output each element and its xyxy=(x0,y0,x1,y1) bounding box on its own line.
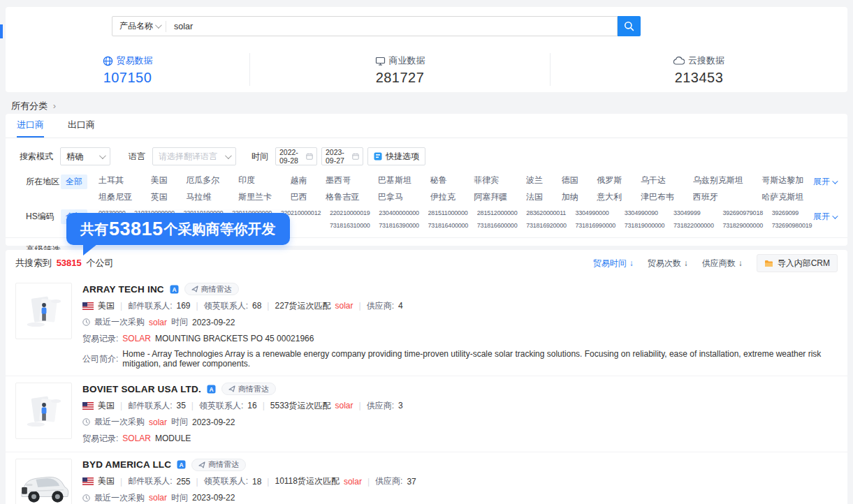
region-filter-row: 所在地区 全部 土耳其美国厄瓜多尔印度越南墨西哥巴基斯坦秘鲁菲律宾波兰德国俄罗斯… xyxy=(6,175,847,203)
company-name-link[interactable]: BOVIET SOLAR USA LTD. xyxy=(82,384,201,394)
region-option[interactable]: 巴拿马 xyxy=(378,191,423,203)
hs-code-option[interactable]: 732690980019 xyxy=(772,222,815,229)
company-name-link[interactable]: ARRAY TECH INC xyxy=(82,284,164,295)
hs-code-option[interactable]: 731816310000 xyxy=(330,222,373,229)
search-input[interactable]: solar xyxy=(166,22,193,31)
region-option[interactable]: 波兰 xyxy=(526,175,555,186)
tab-importers[interactable]: 进口商 xyxy=(17,114,44,138)
region-option[interactable]: 伊拉克 xyxy=(430,191,467,203)
region-option[interactable]: 斯里兰卡 xyxy=(238,191,284,203)
sort-item[interactable]: 贸易次数↓ xyxy=(648,258,688,269)
region-option[interactable]: 乌干达 xyxy=(641,175,686,186)
hs-code-option[interactable]: 392690979018 xyxy=(722,209,766,216)
hs-code-option[interactable]: 39269099 xyxy=(772,209,815,216)
trade-record-line: 贸易记录: SOLAR MODULE xyxy=(82,433,838,445)
company-name-link[interactable]: BYD AMERICA LLC xyxy=(82,459,171,470)
hs-code-option[interactable]: 731816920000 xyxy=(526,222,569,229)
company-thumbnail[interactable] xyxy=(15,459,72,504)
search-input-group[interactable]: 产品名称 solar xyxy=(112,16,618,36)
radar-icon xyxy=(191,286,198,292)
region-option[interactable]: 英国 xyxy=(151,191,180,203)
region-option[interactable]: 津巴布韦 xyxy=(641,191,686,203)
business-radar-tag[interactable]: 商情雷达 xyxy=(184,283,239,295)
region-option[interactable]: 坦桑尼亚 xyxy=(99,191,144,203)
hs-expand-link[interactable]: 展开 xyxy=(813,211,836,223)
company-intro-label: 公司简介: xyxy=(82,353,118,365)
stat-cloud-search-data[interactable]: 云搜数据 213453 xyxy=(551,53,847,86)
person-placeholder-image xyxy=(19,286,69,336)
region-option[interactable]: 西班牙 xyxy=(693,191,755,203)
hs-code-option[interactable]: 731816390000 xyxy=(379,222,422,229)
region-option[interactable]: 秘鲁 xyxy=(430,175,467,186)
region-option[interactable]: 美国 xyxy=(151,175,180,186)
hs-code-option[interactable]: 283620000011 xyxy=(526,209,569,216)
hs-code-option[interactable]: 731816400000 xyxy=(428,222,472,229)
region-option[interactable]: 俄罗斯 xyxy=(597,175,634,186)
region-expand-link[interactable]: 展开 xyxy=(813,176,836,188)
import-crm-button[interactable]: 导入内部CRM xyxy=(757,254,838,272)
hs-code-option[interactable]: 281512000000 xyxy=(477,209,520,216)
business-radar-tag[interactable]: 商情雷达 xyxy=(191,459,246,471)
search-category-dropdown[interactable]: 产品名称 xyxy=(112,20,166,32)
search-mode-label: 搜索模式 xyxy=(20,151,53,163)
sort-item[interactable]: 贸易时间↓ xyxy=(593,258,634,269)
region-option[interactable]: 巴西 xyxy=(291,191,319,203)
region-option[interactable]: 哥斯达黎加 xyxy=(761,175,815,186)
region-option[interactable]: 哈萨克斯坦 xyxy=(761,191,815,203)
translate-icon[interactable]: A xyxy=(170,285,179,294)
region-option[interactable]: 乌兹别克斯坦 xyxy=(693,175,755,186)
region-option[interactable]: 菲律宾 xyxy=(474,175,519,186)
hs-code-option[interactable]: 281511000000 xyxy=(428,209,472,216)
region-option[interactable]: 马拉维 xyxy=(186,191,231,203)
region-option[interactable]: 土耳其 xyxy=(99,175,144,186)
quick-options-button[interactable]: 快捷选项 xyxy=(367,147,425,165)
region-option[interactable]: 墨西哥 xyxy=(326,175,371,186)
company-intro-line: 公司简介: Home - Array Technologies Array is… xyxy=(82,349,838,369)
hs-code-option[interactable]: 731822000000 xyxy=(673,222,717,229)
person-placeholder-image xyxy=(19,386,69,436)
hs-code-option[interactable]: 3304990090 xyxy=(625,209,668,216)
date-from-input[interactable]: 2022-09-28 xyxy=(275,147,317,165)
stat-business-data[interactable]: 商业数据 281727 xyxy=(250,53,551,86)
stat-value: 281727 xyxy=(250,70,550,86)
linkedin-contacts-value: 18 xyxy=(252,477,261,487)
region-option[interactable]: 阿塞拜疆 xyxy=(474,191,519,203)
hs-code-option[interactable]: 33049999 xyxy=(673,209,717,216)
translate-icon[interactable]: A xyxy=(207,385,216,394)
region-option[interactable]: 厄瓜多尔 xyxy=(186,175,231,186)
hs-code-option[interactable]: 731819000000 xyxy=(625,222,668,229)
region-option[interactable]: 越南 xyxy=(291,175,319,186)
region-option[interactable]: 德国 xyxy=(562,175,590,186)
tab-exporters[interactable]: 出口商 xyxy=(68,114,95,138)
company-thumbnail[interactable] xyxy=(15,383,72,439)
date-to-input[interactable]: 2023-09-27 xyxy=(321,147,363,165)
radar-tag-label: 商情雷达 xyxy=(208,459,239,470)
translate-icon[interactable]: A xyxy=(177,460,186,469)
region-option[interactable]: 印度 xyxy=(238,175,284,186)
region-option[interactable]: 加纳 xyxy=(562,191,590,203)
language-select[interactable]: 请选择翻译语言 xyxy=(152,147,236,165)
hs-code-option[interactable]: 230400000000 xyxy=(379,209,422,216)
region-option[interactable]: 法国 xyxy=(526,191,555,203)
hs-code-option[interactable]: 731816600000 xyxy=(477,222,520,229)
region-option[interactable]: 格鲁吉亚 xyxy=(326,191,371,203)
last-purchase-date: 2023-09-22 xyxy=(192,493,235,503)
hs-code-option[interactable]: 731816990000 xyxy=(575,222,618,229)
chevron-down-icon xyxy=(832,178,838,184)
region-option[interactable]: 巴基斯坦 xyxy=(378,175,423,186)
hs-code-option[interactable]: 731829000000 xyxy=(722,222,766,229)
breadcrumb[interactable]: 所有分类 › xyxy=(11,100,56,112)
hs-code-option[interactable]: 220210000019 xyxy=(330,209,373,216)
business-radar-tag[interactable]: 商情雷达 xyxy=(221,383,276,395)
region-all-chip[interactable]: 全部 xyxy=(61,175,87,189)
summary-count: 53815 xyxy=(57,258,82,268)
search-mode-select[interactable]: 精确 xyxy=(60,147,110,165)
trade-record-text: MODULE xyxy=(155,433,191,443)
hs-code-option[interactable]: 3304990000 xyxy=(575,209,618,216)
folder-icon xyxy=(764,260,773,267)
stat-trade-data[interactable]: 贸易数据 107150 xyxy=(6,53,250,86)
sort-item[interactable]: 供应商数↓ xyxy=(702,258,743,269)
search-button[interactable] xyxy=(618,16,641,36)
region-option[interactable]: 意大利 xyxy=(597,191,634,203)
company-thumbnail[interactable] xyxy=(15,283,72,339)
